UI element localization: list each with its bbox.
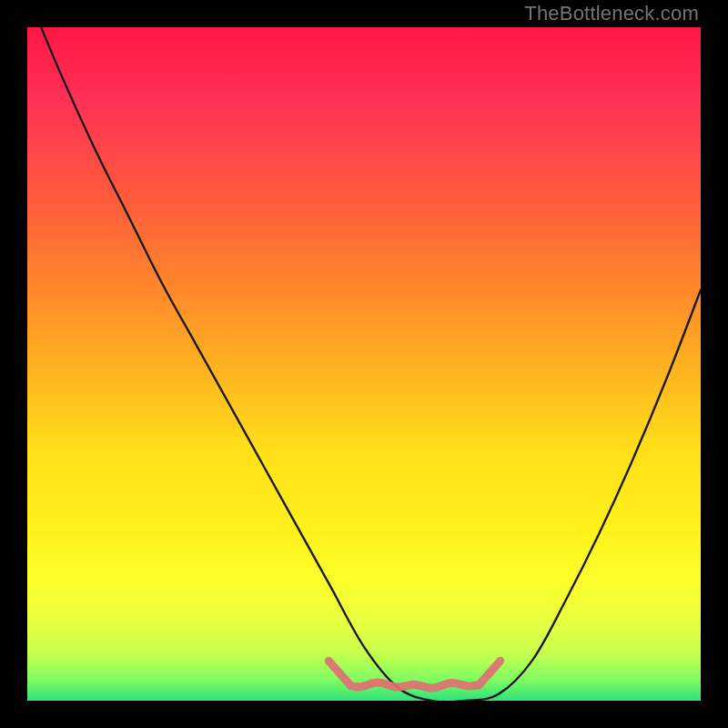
floor-marker [329, 661, 500, 688]
chart-stage: TheBottleneck.com [0, 0, 728, 728]
bottleneck-curve [27, 27, 701, 701]
floor-marker-stroke [329, 661, 500, 688]
watermark-text: TheBottleneck.com [524, 2, 699, 25]
curve-overlay [27, 27, 701, 701]
plot-area [27, 27, 701, 701]
